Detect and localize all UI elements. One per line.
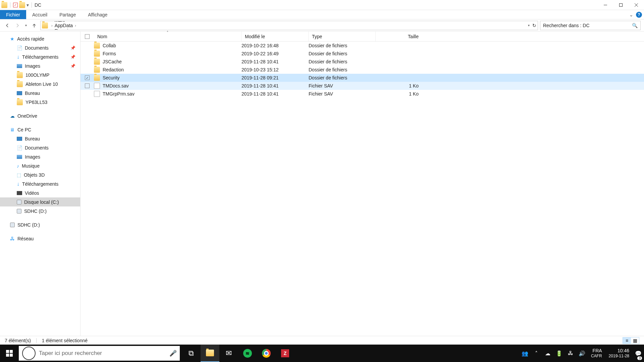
file-row[interactable]: TMGrpPrm.sav2019-11-28 10:41Fichier SAV1…	[80, 90, 644, 98]
taskbar-app-mail[interactable]: ✉	[219, 345, 238, 362]
column-header-modified[interactable]: Modifié le	[241, 32, 309, 41]
file-rows[interactable]: Collab2019-10-22 16:48Dossier de fichier…	[80, 42, 644, 336]
ribbon-tab-share[interactable]: Partage	[53, 10, 82, 19]
nav-up-button[interactable]	[30, 21, 38, 29]
tray-people-icon[interactable]: 👥	[519, 345, 531, 362]
tree-item[interactable]: ♪Musique	[0, 161, 80, 170]
tree-item[interactable]: 📄Documents📌	[0, 43, 80, 52]
column-header-name[interactable]: Nom˄	[94, 32, 241, 41]
maximize-button[interactable]	[613, 0, 629, 10]
tree-quick-access[interactable]: ★Accès rapide	[0, 34, 80, 43]
file-type: Dossier de fichiers	[309, 59, 347, 64]
qat-newfolder-icon[interactable]	[19, 2, 25, 8]
images-icon	[17, 155, 22, 159]
row-checkbox[interactable]	[85, 83, 90, 88]
close-button[interactable]	[629, 0, 644, 10]
ribbon-tab-file[interactable]: Fichier	[0, 10, 26, 19]
navigation-tree[interactable]: ★Accès rapide 📄Documents📌↓Téléchargement…	[0, 32, 80, 336]
tree-onedrive[interactable]: ☁OneDrive	[0, 111, 80, 120]
tree-item[interactable]: ⬚Objets 3D	[0, 170, 80, 179]
ribbon-tab-home[interactable]: Accueil	[26, 10, 53, 19]
tray-onedrive-icon[interactable]: ☁	[542, 345, 553, 362]
tray-volume-icon[interactable]: 🔊	[576, 345, 588, 362]
tree-this-pc[interactable]: 🖥Ce PC	[0, 125, 80, 134]
taskbar-search[interactable]: Taper ici pour rechercher 🎤	[19, 346, 180, 361]
nav-recent-dropdown[interactable]: ▾	[23, 21, 28, 29]
tree-item[interactable]: Bureau	[0, 134, 80, 143]
taskbar-app-zotero[interactable]: Z	[276, 345, 294, 362]
task-view-button[interactable]: ⧉	[182, 345, 201, 362]
images-icon	[17, 64, 22, 68]
taskbar-app-explorer[interactable]	[201, 345, 219, 362]
breadcrumb-segment[interactable]: AppData	[55, 23, 73, 28]
tree-network[interactable]: 🖧Réseau	[0, 234, 80, 243]
start-button[interactable]	[0, 345, 19, 362]
tree-item[interactable]: 📄Documents	[0, 143, 80, 152]
address-dropdown-icon[interactable]: ▾	[528, 23, 530, 27]
address-bar[interactable]: › Ce PC›Disque local (C:)›Utilisateurs›m…	[40, 21, 538, 30]
file-row[interactable]: Collab2019-10-22 16:48Dossier de fichier…	[80, 42, 644, 50]
qat-dropdown-icon[interactable]: ▾	[26, 2, 29, 8]
column-header-type[interactable]: Type	[309, 32, 376, 41]
mic-icon[interactable]: 🎤	[166, 350, 180, 357]
chevron-right-icon[interactable]: ›	[75, 23, 76, 27]
file-row[interactable]: Forms2019-10-22 16:49Dossier de fichiers	[80, 50, 644, 58]
column-header-checkbox[interactable]	[80, 32, 94, 41]
ribbon-tab-view[interactable]: Affichage	[82, 10, 113, 19]
file-row[interactable]: Redaction2019-10-23 15:12Dossier de fich…	[80, 66, 644, 74]
taskbar-app-spotify[interactable]: ≋	[238, 345, 257, 362]
breadcrumb-segment[interactable]: Roaming	[55, 28, 73, 30]
chevron-right-icon[interactable]: ›	[75, 29, 77, 30]
column-header-size[interactable]: Taille	[376, 32, 423, 41]
app-icon[interactable]	[1, 2, 7, 8]
tree-item[interactable]: Images📌	[0, 61, 80, 70]
tray-network-icon[interactable]: 🖧	[565, 345, 576, 362]
objects3d-icon: ⬚	[17, 172, 21, 178]
tray-clock[interactable]: 10:46 2019-11-28	[605, 348, 633, 358]
tree-item[interactable]: Images	[0, 152, 80, 161]
minimize-button[interactable]	[598, 0, 613, 10]
search-box[interactable]: Rechercher dans : DC 🔍	[540, 21, 641, 30]
tree-sdhc[interactable]: SDHC (D:)	[0, 220, 80, 229]
qat-properties-icon[interactable]: ✓	[13, 3, 18, 7]
quick-access-toolbar: ✓ ▾	[1, 2, 33, 8]
file-list-panel: Nom˄ Modifié le Type Taille Collab2019-1…	[80, 32, 644, 336]
help-button[interactable]: ?	[636, 12, 642, 18]
tray-language[interactable]: FRA CAFR	[588, 348, 605, 358]
status-selection: 1 élément sélectionné	[42, 338, 88, 343]
view-icons-button[interactable]: ▦	[631, 338, 639, 344]
tree-item[interactable]: SDHC (D:)	[0, 206, 80, 216]
nav-back-button[interactable]	[3, 21, 11, 29]
tray-notifications-icon[interactable]: 💬3	[633, 345, 644, 362]
chevron-right-icon[interactable]: ›	[67, 21, 68, 22]
desktop-icon	[17, 91, 22, 95]
tree-item[interactable]: Disque local (C:)	[0, 197, 80, 206]
tree-item[interactable]: Vidéos	[0, 188, 80, 197]
refresh-button[interactable]: ↻	[532, 23, 536, 28]
tree-item[interactable]: Ableton Live 10	[0, 79, 80, 88]
taskbar-app-chrome[interactable]	[257, 345, 276, 362]
tray-overflow-icon[interactable]: ˄	[531, 345, 542, 362]
view-details-button[interactable]: ≡	[623, 338, 631, 344]
taskbar: Taper ici pour rechercher 🎤 ⧉ ✉ ≋ Z 👥 ˄ …	[0, 345, 644, 362]
file-row[interactable]: JSCache2019-11-28 10:41Dossier de fichie…	[80, 58, 644, 66]
divider	[32, 2, 32, 8]
file-modified: 2019-11-28 10:41	[241, 59, 279, 64]
tree-item[interactable]: ↓Téléchargements📌	[0, 52, 80, 61]
ribbon-collapse-icon[interactable]: ⌄	[629, 12, 633, 17]
file-row[interactable]: Security2019-11-28 09:21Dossier de fichi…	[80, 74, 644, 82]
tree-item[interactable]: YP63LL53	[0, 98, 80, 107]
search-icon[interactable]: 🔍	[632, 23, 638, 28]
chevron-right-icon[interactable]: ›	[51, 23, 53, 27]
file-name: TMDocs.sav	[103, 83, 129, 88]
tree-item[interactable]: Bureau	[0, 88, 80, 98]
music-icon: ♪	[17, 163, 19, 169]
svg-rect-1	[620, 3, 623, 6]
pin-icon: 📌	[70, 64, 75, 68]
tree-item[interactable]: ↓Téléchargements	[0, 179, 80, 188]
file-row[interactable]: TMDocs.sav2019-11-28 10:41Fichier SAV1 K…	[80, 82, 644, 90]
tray-battery-icon[interactable]: 🔋	[553, 345, 565, 362]
row-checkbox[interactable]	[85, 75, 90, 80]
tree-item[interactable]: 100OLYMP	[0, 70, 80, 79]
nav-forward-button[interactable]	[13, 21, 21, 29]
